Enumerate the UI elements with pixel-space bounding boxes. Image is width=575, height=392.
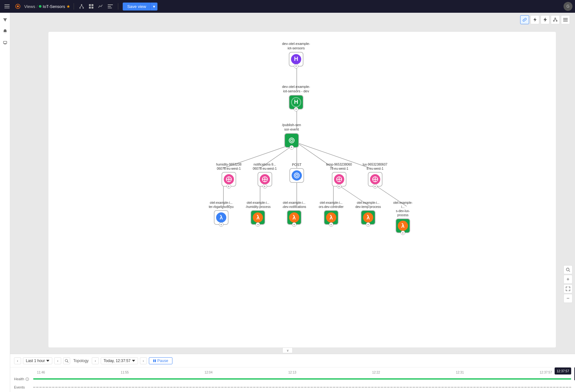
svg-rect-54 xyxy=(155,359,156,362)
node-n2[interactable]: dev-otel-example-iot-sensors - dev H + xyxy=(282,84,310,110)
health-row: Health xyxy=(14,375,571,382)
node-n12-plus[interactable]: + xyxy=(329,222,333,227)
node-n11-plus[interactable]: + xyxy=(292,222,296,227)
pause-button[interactable]: Pause xyxy=(149,357,172,364)
grafana-logo xyxy=(13,2,22,11)
node-n11-icon[interactable]: λ + xyxy=(287,210,302,225)
node-n2-plus[interactable]: + xyxy=(294,107,298,111)
top-nav: Views / IoT-Sensors ★ Save view ▾ G xyxy=(0,0,575,13)
time-select[interactable]: Today, 12:37:57 xyxy=(101,357,138,364)
bottom-expand-btn[interactable]: ∨ xyxy=(282,347,293,353)
node-graph-icon[interactable] xyxy=(77,2,86,11)
node-n1[interactable]: dev-otel-example-iot-sensors H + xyxy=(282,41,310,67)
timeline-bar: ‹ Last 1 hour › Topology ‹ Today, 12:37:… xyxy=(10,354,575,392)
node-n11-label: otel-example-i...-dev-notifications xyxy=(282,201,306,209)
zoom-in-btn[interactable]: + xyxy=(564,275,572,284)
svg-rect-16 xyxy=(108,8,112,8)
node-n10[interactable]: otel-example-i...-humidity-process λ + xyxy=(245,201,271,225)
svg-point-6 xyxy=(79,7,81,9)
svg-rect-24 xyxy=(563,19,568,20)
node-n3-icon[interactable]: + xyxy=(284,133,299,148)
zoom-out-btn[interactable]: − xyxy=(564,294,572,303)
user-avatar[interactable]: G xyxy=(564,2,572,11)
menu-icon[interactable] xyxy=(3,2,11,11)
node-n9-icon[interactable]: λ + xyxy=(214,210,229,225)
svg-point-4 xyxy=(17,5,19,7)
time-range-selector[interactable]: Last 1 hour xyxy=(23,357,52,364)
sidebar-filter-icon[interactable] xyxy=(1,15,10,24)
svg-rect-23 xyxy=(563,18,568,19)
explore-icon[interactable] xyxy=(106,2,115,11)
node-n9[interactable]: otel-example-i...ter-rbga4gsv80yu λ + xyxy=(209,201,234,225)
node-n14-plus[interactable]: + xyxy=(401,231,405,235)
node-n1-plus[interactable]: + xyxy=(294,64,298,68)
node-n9-plus[interactable]: + xyxy=(219,222,223,227)
node-n7[interactable]: temp-965323806078-eu-west-1 + xyxy=(326,162,352,187)
save-view-button[interactable]: Save view xyxy=(123,3,150,11)
node-n7-plus[interactable]: + xyxy=(337,184,341,189)
node-n4[interactable]: humidity-965323806078-eu-west-1 + xyxy=(216,162,242,187)
node-n4-icon[interactable]: + xyxy=(222,172,236,187)
node-n13-plus[interactable]: + xyxy=(366,222,370,227)
ts-5: 12:22 xyxy=(372,371,380,374)
svg-line-22 xyxy=(555,19,557,20)
node-n11-inner: λ xyxy=(289,212,299,223)
timeline-next-btn[interactable]: › xyxy=(54,357,61,364)
node-n3-plus[interactable]: + xyxy=(289,145,294,150)
breadcrumb-views[interactable]: Views xyxy=(24,4,35,9)
svg-point-49 xyxy=(566,268,569,271)
node-n1-label: dev-otel-example-iot-sensors xyxy=(282,41,310,51)
node-n1-icon[interactable]: H + xyxy=(289,52,303,67)
zoom-search-btn[interactable] xyxy=(564,265,572,274)
topology-next-btn[interactable]: › xyxy=(140,357,147,364)
node-n10-plus[interactable]: + xyxy=(256,222,260,227)
node-n8[interactable]: lux-965323806078-eu-west-1 + xyxy=(363,162,387,187)
node-n12[interactable]: otel-example-i...ors-dev-controller λ + xyxy=(319,201,344,225)
node-n12-icon[interactable]: λ + xyxy=(324,210,338,225)
node-n11[interactable]: otel-example-i...-dev-notifications λ + xyxy=(282,201,306,225)
node-n6-inner xyxy=(292,170,302,181)
node-n3-inner xyxy=(287,135,297,146)
node-n5-plus[interactable]: + xyxy=(263,184,267,189)
node-n6-icon[interactable] xyxy=(289,168,304,183)
node-n6[interactable]: POST xyxy=(289,162,304,183)
node-n10-icon[interactable]: λ + xyxy=(251,210,265,225)
toolbar-lightning2-btn[interactable] xyxy=(541,15,550,24)
sidebar-alert-icon[interactable] xyxy=(1,27,10,36)
toolbar-list-btn[interactable] xyxy=(561,15,570,24)
svg-rect-10 xyxy=(89,4,91,6)
star-icon[interactable]: ★ xyxy=(66,4,70,9)
svg-line-50 xyxy=(569,271,570,272)
node-n2-icon[interactable]: H + xyxy=(289,95,303,110)
zoom-fit-btn[interactable] xyxy=(564,284,572,293)
health-track[interactable] xyxy=(33,378,571,380)
node-n7-icon[interactable]: + xyxy=(332,172,346,187)
svg-rect-17 xyxy=(3,41,7,44)
graph-icon[interactable] xyxy=(96,2,105,11)
node-n14-icon[interactable]: λ + xyxy=(396,218,410,233)
node-n14[interactable]: otel-example-i...s-dev-lux-process λ + xyxy=(392,201,414,233)
topology-wrapper: dev-otel-example-iot-sensors H + dev-ote… xyxy=(191,38,414,236)
topology-prev-btn[interactable]: ‹ xyxy=(92,357,99,364)
toolbar-nodes-btn[interactable] xyxy=(551,15,560,24)
save-view-dropdown[interactable]: ▾ xyxy=(150,3,157,11)
node-n4-plus[interactable]: + xyxy=(227,184,231,189)
time-range-label: Last 1 hour xyxy=(26,359,45,363)
dashboard-icon[interactable] xyxy=(87,2,96,11)
node-n5-icon[interactable]: + xyxy=(258,172,272,187)
node-n3[interactable]: /publish-sensor-event + xyxy=(282,123,301,148)
svg-rect-25 xyxy=(563,21,568,22)
toolbar-link-btn[interactable] xyxy=(520,15,529,24)
node-n3-label: /publish-sensor-event xyxy=(282,123,301,132)
timeline-zoom-btn[interactable] xyxy=(63,357,70,364)
node-n5[interactable]: notifications-9...06078-eu-west-1 + xyxy=(253,162,277,187)
events-track[interactable] xyxy=(33,387,571,388)
node-n13-icon[interactable]: λ + xyxy=(361,210,375,225)
node-n8-icon[interactable]: + xyxy=(368,172,382,187)
sidebar-device-icon[interactable] xyxy=(1,38,10,47)
node-n8-plus[interactable]: + xyxy=(373,184,377,189)
node-n7-inner xyxy=(334,174,344,184)
timeline-prev-btn[interactable]: ‹ xyxy=(14,357,21,364)
node-n13[interactable]: otel-example-i...dev-temp-process λ + xyxy=(355,201,381,225)
toolbar-lightning1-btn[interactable] xyxy=(530,15,539,24)
